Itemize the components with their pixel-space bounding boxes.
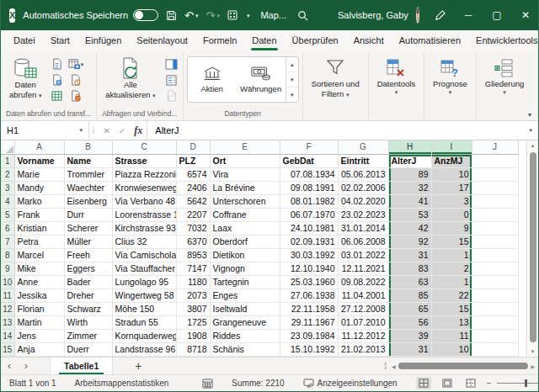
cell-A10[interactable]: Anne [14,276,64,289]
chevron-down-icon[interactable]: ▾ [79,127,83,134]
zoom-out-button[interactable]: − [487,379,492,388]
cell-C2[interactable]: Piazza Rezzonico [112,168,176,182]
datatype-currencies[interactable]: Währungen [237,57,286,102]
row-header-15[interactable]: 15 [1,343,14,357]
cell-E11[interactable]: Enges [210,289,280,303]
cell-F13[interactable]: 29.11.1967 [280,316,338,330]
cell-E3[interactable]: La Brévine [210,182,280,195]
group-label[interactable]: Abfragen und Verbind... [100,109,179,120]
cell-H15[interactable]: 31 [388,343,431,357]
user-avatar[interactable] [416,7,419,24]
cell-A16[interactable]: Anke [14,357,64,358]
cell-A1[interactable]: Vorname [14,155,64,168]
cell-C16[interactable]: Via Stazione 147 [112,357,176,358]
add-sheet-button[interactable]: + [113,359,163,373]
cell-F14[interactable]: 23.09.1984 [280,330,338,343]
formula-input[interactable]: AlterJ [147,125,523,135]
cell-I3[interactable]: 17 [431,182,472,195]
cell-B9[interactable]: Eggers [64,262,112,276]
zoom-slider[interactable] [497,383,539,384]
excel-app-icon[interactable]: X [9,8,15,23]
cell-C15[interactable]: Landstrasse 96 [112,343,176,357]
horizontal-scrollbar-thumb[interactable] [398,363,529,369]
user-name[interactable]: Salvisberg, Gaby [338,10,408,20]
cell-B10[interactable]: Bader [64,276,112,289]
forecast-button[interactable]: ? Prognose ▾ [428,55,472,95]
column-header-B[interactable]: B [64,140,112,155]
tab-formeln[interactable]: Formeln [195,30,244,52]
cell-D2[interactable]: 6574 [176,168,210,182]
cell-F7[interactable]: 02.09.1931 [280,236,338,249]
from-web-button[interactable] [49,73,65,87]
autosave-toggle[interactable] [133,9,158,21]
row-header-8[interactable]: 8 [1,249,14,262]
cell-B2[interactable]: Trommler [64,168,112,182]
queries-connections-button[interactable] [163,57,179,71]
page-layout-view-button[interactable] [440,377,455,389]
cell-B7[interactable]: Müller [64,236,112,249]
cell-C12[interactable]: Möhe 150 [112,303,176,316]
cell-J5[interactable] [472,209,518,222]
datatype-stocks[interactable]: Aktien [188,57,237,102]
cell-D13[interactable]: 1725 [176,316,210,330]
cell-H10[interactable]: 63 [388,276,431,289]
cell-J16[interactable] [472,357,518,358]
cell-J1[interactable] [472,155,518,168]
cell-J11[interactable] [472,289,518,303]
cell-E5[interactable]: Coffrane [210,209,280,222]
cell-A8[interactable]: Marcel [14,249,64,262]
cell-A14[interactable]: Jens [14,330,64,343]
zoom-slider-thumb[interactable] [525,379,527,387]
gallery-more-icon[interactable]: ▼ [286,87,298,102]
cancel-icon[interactable]: ✕ [99,126,115,135]
cell-E9[interactable]: Vignogn [210,262,280,276]
from-table-range-button[interactable] [49,89,65,103]
cell-G8[interactable]: 03.01.2022 [338,249,388,262]
cell-H7[interactable]: 92 [388,236,431,249]
cell-A11[interactable]: Jessika [14,289,64,303]
redo-button[interactable]: ↷▾ [206,10,220,21]
cell-E4[interactable]: Unterschoren [210,195,280,209]
namebox-resize-handle[interactable]: ⁞ [89,126,99,135]
cell-F1[interactable]: GebDat [280,155,338,168]
column-header-A[interactable]: A [14,140,64,155]
sheet-nav-right-icon[interactable]: › [18,360,35,372]
cell-B6[interactable]: Scherer [64,222,112,236]
cell-I6[interactable]: 9 [431,222,472,236]
cell-J10[interactable] [472,276,518,289]
workbook-stats-button[interactable]: Arbeitsmappenstatistiken [75,379,169,388]
cell-E16[interactable]: Stechelberg [210,357,280,358]
cell-E8[interactable]: Dietikon [210,249,280,262]
gallery-up-icon[interactable]: ▲ [286,57,298,72]
cell-F3[interactable]: 09.08.1991 [280,182,338,195]
normal-view-button[interactable] [416,377,431,389]
cell-I9[interactable]: 2 [431,262,472,276]
column-header-J[interactable]: J [472,140,518,155]
cell-B11[interactable]: Dreher [64,289,112,303]
cell-C11[interactable]: Wingertweg 58 [112,289,176,303]
tab-einfügen[interactable]: Einfügen [77,30,129,52]
cell-D5[interactable]: 2207 [176,209,210,222]
touch-mode-button[interactable] [227,10,237,20]
cell-I1[interactable]: AnzMJ [431,155,472,168]
cell-G7[interactable]: 06.06.2008 [338,236,388,249]
cell-E2[interactable]: Vira [210,168,280,182]
cell-I13[interactable]: 13 [431,316,472,330]
group-label[interactable]: Datentypen [187,109,299,120]
cell-D9[interactable]: 7147 [176,262,210,276]
cell-H13[interactable]: 56 [388,316,431,330]
cell-E15[interactable]: Schänis [210,343,280,357]
cell-F5[interactable]: 06.07.1970 [280,209,338,222]
cell-I14[interactable]: 11 [431,330,472,343]
cell-G10[interactable]: 09.08.2022 [338,276,388,289]
cell-H16[interactable]: 49 [388,357,431,358]
row-header-6[interactable]: 6 [1,222,14,236]
scroll-up-icon[interactable]: ▲ [527,143,538,148]
cell-A5[interactable]: Frank [14,209,64,222]
display-settings-button[interactable]: Anzeigeeinstellungen [303,379,398,388]
close-button[interactable]: ✕ [513,0,538,30]
refresh-all-button[interactable]: Alle aktualisieren ▾ [100,55,161,100]
tab-datei[interactable]: Datei [6,30,43,52]
autosave-control[interactable]: Automatisches Speichern [23,9,158,21]
page-break-view-button[interactable] [463,377,478,389]
